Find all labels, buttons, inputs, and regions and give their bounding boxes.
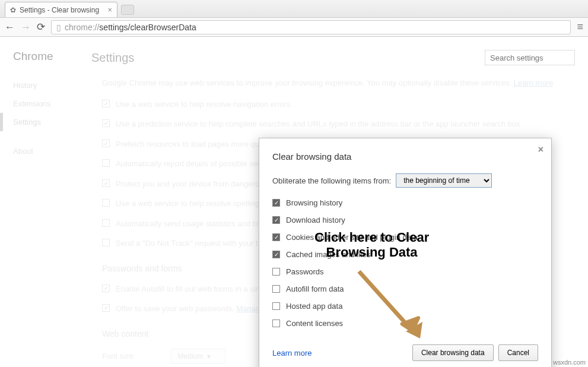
option-label: Cookies and other site and plugin data bbox=[286, 233, 418, 242]
option-label: Passwords bbox=[286, 267, 324, 276]
option-label: Cached images and files bbox=[286, 250, 370, 259]
page-icon: ▯ bbox=[56, 23, 61, 32]
checkbox-icon[interactable] bbox=[272, 319, 280, 327]
checkbox-icon[interactable] bbox=[272, 199, 280, 207]
tab-title: Settings - Clear browsing bbox=[20, 6, 99, 14]
clear-data-option-row[interactable]: Browsing history bbox=[272, 198, 538, 207]
search-settings-input[interactable] bbox=[485, 50, 575, 65]
checkbox-icon[interactable] bbox=[272, 302, 280, 310]
option-label: Hosted app data bbox=[286, 302, 342, 311]
learn-more-link[interactable]: Learn more bbox=[272, 349, 312, 357]
cancel-button[interactable]: Cancel bbox=[498, 344, 538, 361]
page-title: Settings bbox=[91, 51, 134, 65]
checkbox-icon[interactable] bbox=[272, 216, 280, 224]
new-tab-button[interactable] bbox=[121, 5, 134, 15]
checkbox-icon[interactable] bbox=[272, 285, 280, 293]
clear-data-option-row[interactable]: Cookies and other site and plugin data bbox=[272, 233, 538, 242]
chrome-menu-icon[interactable]: ≡ bbox=[577, 21, 583, 33]
clear-data-option-row[interactable]: Hosted app data bbox=[272, 302, 538, 311]
option-label: Content licenses bbox=[286, 319, 343, 328]
tab-strip: ✿ Settings - Clear browsing × bbox=[0, 0, 588, 17]
obliterate-label: Obliterate the following items from: bbox=[272, 176, 391, 185]
url-scheme: chrome:// bbox=[65, 23, 99, 32]
reload-button[interactable]: ⟳ bbox=[37, 21, 45, 33]
clear-browsing-data-button[interactable]: Clear browsing data bbox=[412, 344, 494, 361]
checkbox-icon[interactable] bbox=[272, 268, 280, 276]
time-range-select[interactable]: the beginning of time bbox=[396, 173, 492, 188]
clear-data-option-row[interactable]: Cached images and files bbox=[272, 250, 538, 259]
url-path: settings/clearBrowserData bbox=[99, 23, 196, 32]
close-dialog-icon[interactable]: × bbox=[538, 144, 543, 155]
close-tab-icon[interactable]: × bbox=[107, 5, 112, 14]
back-button[interactable]: ← bbox=[5, 21, 15, 33]
forward-button[interactable]: → bbox=[21, 21, 31, 33]
clear-data-option-row[interactable]: Passwords bbox=[272, 267, 538, 276]
gear-icon: ✿ bbox=[10, 6, 16, 14]
option-label: Download history bbox=[286, 216, 345, 224]
checkbox-icon[interactable] bbox=[272, 251, 280, 258]
browser-toolbar: ← → ⟳ ▯ chrome://settings/clearBrowserDa… bbox=[0, 17, 588, 37]
watermark: wsxdn.com bbox=[553, 359, 586, 366]
clear-data-option-row[interactable]: Content licenses bbox=[272, 319, 538, 328]
address-bar[interactable]: ▯ chrome://settings/clearBrowserData bbox=[51, 20, 571, 34]
sidebar-title: Chrome bbox=[13, 50, 91, 63]
clear-browsing-data-dialog: × Clear browsing data Obliterate the fol… bbox=[259, 138, 552, 367]
option-label: Autofill form data bbox=[286, 284, 344, 293]
option-label: Browsing history bbox=[286, 198, 342, 207]
dialog-title: Clear browsing data bbox=[272, 151, 538, 162]
clear-data-option-row[interactable]: Autofill form data bbox=[272, 284, 538, 293]
clear-data-option-row[interactable]: Download history bbox=[272, 216, 538, 224]
browser-tab[interactable]: ✿ Settings - Clear browsing × bbox=[5, 2, 117, 17]
checkbox-icon[interactable] bbox=[272, 233, 280, 241]
